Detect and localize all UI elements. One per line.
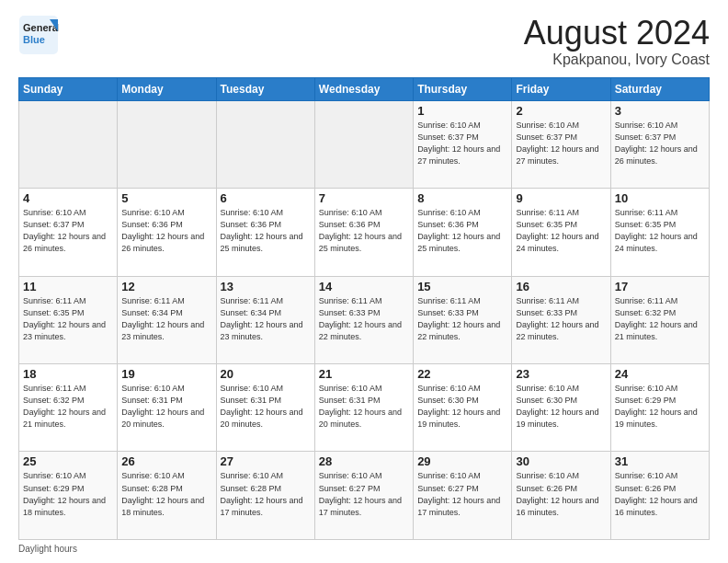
- day-number: 25: [23, 454, 113, 468]
- day-number: 27: [221, 454, 311, 468]
- header-row: SundayMondayTuesdayWednesdayThursdayFrid…: [19, 77, 710, 100]
- calendar-header: SundayMondayTuesdayWednesdayThursdayFrid…: [19, 77, 710, 100]
- day-number: 26: [121, 454, 211, 468]
- day-cell: 5Sunrise: 6:10 AM Sunset: 6:36 PM Daylig…: [118, 189, 216, 276]
- day-number: 28: [319, 454, 409, 468]
- day-number: 30: [516, 454, 606, 468]
- day-cell: 21Sunrise: 6:10 AM Sunset: 6:31 PM Dayli…: [314, 364, 413, 452]
- day-number: 11: [23, 280, 113, 293]
- main-title: August 2024: [524, 15, 710, 52]
- week-row-4: 25Sunrise: 6:10 AM Sunset: 6:29 PM Dayli…: [19, 452, 710, 540]
- day-number: 23: [516, 367, 606, 381]
- day-number: 6: [221, 191, 311, 205]
- day-number: 22: [417, 367, 507, 381]
- day-info: Sunrise: 6:10 AM Sunset: 6:37 PM Dayligh…: [516, 120, 606, 167]
- day-cell: 1Sunrise: 6:10 AM Sunset: 6:37 PM Daylig…: [414, 100, 512, 188]
- day-info: Sunrise: 6:11 AM Sunset: 6:32 PM Dayligh…: [23, 383, 113, 431]
- footer-note: Daylight hours: [18, 544, 710, 554]
- header-cell-wednesday: Wednesday: [314, 77, 413, 100]
- day-cell: 16Sunrise: 6:11 AM Sunset: 6:33 PM Dayli…: [512, 276, 610, 363]
- day-cell: 25Sunrise: 6:10 AM Sunset: 6:29 PM Dayli…: [19, 452, 118, 540]
- day-info: Sunrise: 6:10 AM Sunset: 6:31 PM Dayligh…: [319, 383, 409, 431]
- day-cell: 30Sunrise: 6:10 AM Sunset: 6:26 PM Dayli…: [512, 452, 610, 540]
- day-cell: 11Sunrise: 6:11 AM Sunset: 6:35 PM Dayli…: [19, 276, 118, 363]
- header-cell-tuesday: Tuesday: [216, 77, 314, 100]
- day-cell: 14Sunrise: 6:11 AM Sunset: 6:33 PM Dayli…: [314, 276, 413, 363]
- header: General Blue August 2024 Kpakpanou, Ivor…: [18, 15, 710, 68]
- day-number: 14: [319, 280, 409, 293]
- day-number: 2: [516, 104, 606, 118]
- day-number: 13: [221, 280, 311, 293]
- logo: General Blue: [18, 15, 59, 55]
- calendar-body: 1Sunrise: 6:10 AM Sunset: 6:37 PM Daylig…: [19, 100, 710, 539]
- day-cell: [314, 100, 413, 188]
- day-cell: 6Sunrise: 6:10 AM Sunset: 6:36 PM Daylig…: [216, 189, 314, 276]
- day-number: 10: [615, 191, 705, 205]
- day-info: Sunrise: 6:11 AM Sunset: 6:35 PM Dayligh…: [23, 295, 113, 343]
- day-number: 17: [615, 280, 705, 293]
- day-cell: [118, 100, 216, 188]
- day-cell: 12Sunrise: 6:11 AM Sunset: 6:34 PM Dayli…: [118, 276, 216, 363]
- day-cell: 22Sunrise: 6:10 AM Sunset: 6:30 PM Dayli…: [414, 364, 512, 452]
- calendar-table: SundayMondayTuesdayWednesdayThursdayFrid…: [18, 77, 710, 540]
- day-cell: 9Sunrise: 6:11 AM Sunset: 6:35 PM Daylig…: [512, 189, 610, 276]
- header-cell-thursday: Thursday: [414, 77, 512, 100]
- day-number: 7: [319, 191, 409, 205]
- day-info: Sunrise: 6:10 AM Sunset: 6:37 PM Dayligh…: [23, 207, 113, 255]
- day-info: Sunrise: 6:10 AM Sunset: 6:28 PM Dayligh…: [221, 470, 311, 518]
- day-info: Sunrise: 6:11 AM Sunset: 6:35 PM Dayligh…: [516, 207, 606, 255]
- day-cell: 8Sunrise: 6:10 AM Sunset: 6:36 PM Daylig…: [414, 189, 512, 276]
- day-number: 31: [615, 454, 705, 468]
- day-cell: 23Sunrise: 6:10 AM Sunset: 6:30 PM Dayli…: [512, 364, 610, 452]
- day-cell: 10Sunrise: 6:11 AM Sunset: 6:35 PM Dayli…: [610, 189, 709, 276]
- day-info: Sunrise: 6:10 AM Sunset: 6:37 PM Dayligh…: [417, 120, 507, 167]
- day-info: Sunrise: 6:11 AM Sunset: 6:35 PM Dayligh…: [615, 207, 705, 255]
- day-cell: 18Sunrise: 6:11 AM Sunset: 6:32 PM Dayli…: [19, 364, 118, 452]
- week-row-0: 1Sunrise: 6:10 AM Sunset: 6:37 PM Daylig…: [19, 100, 710, 188]
- week-row-3: 18Sunrise: 6:11 AM Sunset: 6:32 PM Dayli…: [19, 364, 710, 452]
- day-number: 5: [121, 191, 211, 205]
- day-cell: 31Sunrise: 6:10 AM Sunset: 6:26 PM Dayli…: [610, 452, 709, 540]
- day-cell: 19Sunrise: 6:10 AM Sunset: 6:31 PM Dayli…: [118, 364, 216, 452]
- day-cell: 4Sunrise: 6:10 AM Sunset: 6:37 PM Daylig…: [19, 189, 118, 276]
- page: General Blue August 2024 Kpakpanou, Ivor…: [0, 0, 728, 563]
- day-cell: 26Sunrise: 6:10 AM Sunset: 6:28 PM Dayli…: [118, 452, 216, 540]
- day-info: Sunrise: 6:10 AM Sunset: 6:36 PM Dayligh…: [221, 207, 311, 255]
- header-cell-monday: Monday: [118, 77, 216, 100]
- day-number: 18: [23, 367, 113, 381]
- day-cell: 20Sunrise: 6:10 AM Sunset: 6:31 PM Dayli…: [216, 364, 314, 452]
- day-number: 19: [121, 367, 211, 381]
- day-info: Sunrise: 6:11 AM Sunset: 6:34 PM Dayligh…: [221, 295, 311, 343]
- day-number: 12: [121, 280, 211, 293]
- day-cell: 7Sunrise: 6:10 AM Sunset: 6:36 PM Daylig…: [314, 189, 413, 276]
- header-cell-saturday: Saturday: [610, 77, 709, 100]
- day-info: Sunrise: 6:10 AM Sunset: 6:29 PM Dayligh…: [615, 383, 705, 431]
- day-number: 1: [417, 104, 507, 118]
- day-info: Sunrise: 6:10 AM Sunset: 6:30 PM Dayligh…: [417, 383, 507, 431]
- day-cell: 15Sunrise: 6:11 AM Sunset: 6:33 PM Dayli…: [414, 276, 512, 363]
- day-number: 15: [417, 280, 507, 293]
- day-info: Sunrise: 6:10 AM Sunset: 6:30 PM Dayligh…: [516, 383, 606, 431]
- day-info: Sunrise: 6:10 AM Sunset: 6:27 PM Dayligh…: [417, 470, 507, 518]
- day-number: 21: [319, 367, 409, 381]
- day-number: 24: [615, 367, 705, 381]
- day-number: 20: [221, 367, 311, 381]
- day-number: 16: [516, 280, 606, 293]
- day-info: Sunrise: 6:10 AM Sunset: 6:31 PM Dayligh…: [121, 383, 211, 431]
- header-cell-sunday: Sunday: [19, 77, 118, 100]
- day-info: Sunrise: 6:10 AM Sunset: 6:28 PM Dayligh…: [121, 470, 211, 518]
- day-cell: [216, 100, 314, 188]
- day-number: 3: [615, 104, 705, 118]
- day-cell: 24Sunrise: 6:10 AM Sunset: 6:29 PM Dayli…: [610, 364, 709, 452]
- day-cell: 3Sunrise: 6:10 AM Sunset: 6:37 PM Daylig…: [610, 100, 709, 188]
- header-cell-friday: Friday: [512, 77, 610, 100]
- title-block: August 2024 Kpakpanou, Ivory Coast: [524, 15, 710, 68]
- day-cell: 29Sunrise: 6:10 AM Sunset: 6:27 PM Dayli…: [414, 452, 512, 540]
- day-info: Sunrise: 6:10 AM Sunset: 6:26 PM Dayligh…: [615, 470, 705, 518]
- day-info: Sunrise: 6:10 AM Sunset: 6:36 PM Dayligh…: [121, 207, 211, 255]
- svg-text:Blue: Blue: [23, 34, 45, 45]
- week-row-1: 4Sunrise: 6:10 AM Sunset: 6:37 PM Daylig…: [19, 189, 710, 276]
- day-number: 9: [516, 191, 606, 205]
- day-info: Sunrise: 6:11 AM Sunset: 6:34 PM Dayligh…: [121, 295, 211, 343]
- week-row-2: 11Sunrise: 6:11 AM Sunset: 6:35 PM Dayli…: [19, 276, 710, 363]
